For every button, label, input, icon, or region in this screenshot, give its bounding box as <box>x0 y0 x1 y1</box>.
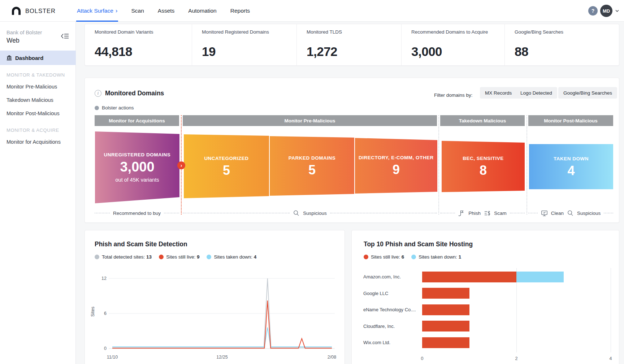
sidebar-item-monitor-pre-malicious[interactable]: Monitor Pre-Malicious <box>6 84 57 90</box>
sidebar-item-monitor-post-malicious[interactable]: Monitor Post-Malicious <box>6 110 60 116</box>
dotted-leader <box>510 213 525 213</box>
bar-sites-still-live[interactable] <box>422 321 469 332</box>
legend-dot-gray <box>95 255 99 259</box>
dotted-leader <box>528 213 538 213</box>
dotted-leader <box>604 213 613 213</box>
suspicious-icon <box>293 210 300 217</box>
svg-text:12/25: 12/25 <box>216 355 228 360</box>
hosting-row: Google LLC <box>352 285 620 302</box>
sidebar-item-takedown-malicious[interactable]: Takedown Malicious <box>6 97 53 103</box>
bar-sites-taken-down[interactable] <box>516 272 564 282</box>
nav-scan[interactable]: Scan <box>131 0 144 22</box>
stat-value: 1,272 <box>307 44 394 61</box>
filter-logo-detected-button[interactable]: Logo Detected <box>515 87 557 99</box>
hosting-row: Cloudflare, Inc. <box>352 318 620 335</box>
stage-monitor-post-malicious: Monitor Post-Malicious <box>528 115 613 126</box>
detection-legend: Total detected sites: 13 Sites still liv… <box>95 254 256 260</box>
primary-nav: Attack Surface› Scan Assets Automation R… <box>77 0 250 22</box>
filter-mx-records-button[interactable]: MX Records <box>480 87 517 99</box>
stat-label: Google/Bing Searches <box>515 29 612 35</box>
hosting-bar-group <box>422 288 611 299</box>
chevron-down-icon[interactable] <box>615 8 619 14</box>
block-value: 5 <box>308 163 316 177</box>
block-label: BEC, SENSITIVE <box>459 156 507 161</box>
help-button[interactable]: ? <box>588 6 598 16</box>
phish-icon <box>458 210 465 217</box>
dotted-leader <box>183 213 290 213</box>
block-value: 9 <box>393 163 400 177</box>
bar-sites-still-live[interactable] <box>422 304 469 315</box>
clean-label: Clean <box>551 211 564 216</box>
chart-title: Phish and Scam Site Detection <box>95 240 187 248</box>
block-value: 5 <box>223 164 230 177</box>
stage-separator <box>438 115 439 214</box>
scam-label: Scam <box>494 211 507 216</box>
brand-logo[interactable]: BOLSTER <box>11 0 56 22</box>
collapse-sidebar-icon[interactable] <box>61 32 69 40</box>
top-nav: BOLSTER Attack Surface› Scan Assets Auto… <box>0 0 624 22</box>
active-tab-underline <box>76 21 118 22</box>
stat-label: Monitored Domain Variants <box>95 29 185 35</box>
stat-label: Monitored Registered Domains <box>202 29 289 35</box>
bar-sites-still-live[interactable] <box>422 337 469 348</box>
nav-assets[interactable]: Assets <box>158 0 175 22</box>
funnel-block-taken-down[interactable]: TAKEN DOWN 4 <box>529 144 613 189</box>
user-avatar[interactable]: MD <box>600 5 612 17</box>
block-label: PARKED DOMAINS <box>285 155 339 161</box>
block-label: UNCATEGORIZED <box>200 156 252 161</box>
footer-takedown: Phish Scam <box>440 209 525 217</box>
hosting-category-label: Wix.com Ltd. <box>363 340 422 345</box>
suspicious-icon <box>567 210 574 217</box>
detection-line-chart: 061211/1012/252/08 <box>92 272 341 362</box>
filter-google-bing-searches-button[interactable]: Google/Bing Searches <box>558 87 617 99</box>
stat-value: 3,000 <box>411 44 497 61</box>
bar-sites-still-live[interactable] <box>422 288 469 299</box>
funnel-block-uncategorized[interactable]: UNCATEGORIZED 5 <box>184 134 269 198</box>
clean-icon <box>541 210 548 217</box>
legend-total-detected: Total detected sites: 13 <box>95 254 152 260</box>
dotted-leader <box>330 213 437 213</box>
section-title: Monitored Domains <box>105 90 164 97</box>
funnel-block-parked-domains[interactable]: PARKED DOMAINS 5 <box>270 136 354 196</box>
funnel-block-bec-sensitive[interactable]: BEC, SENSITIVE 8 <box>442 141 525 192</box>
hosting-row: Wix.com Ltd. <box>352 334 620 351</box>
hosting-category-label: Cloudflare, Inc. <box>363 324 422 329</box>
dotted-leader <box>440 213 455 213</box>
sidebar-item-dashboard[interactable]: Dashboard <box>0 51 76 65</box>
legend-dot-red <box>159 255 164 259</box>
block-value: 3,000 <box>120 160 154 174</box>
sidebar-item-monitor-for-acquisitions[interactable]: Monitor for Acquisitions <box>6 139 61 145</box>
stat-recommended-domains-to-acquire: Recommended Domains to Acquire 3,000 <box>402 24 505 65</box>
legend-sites-still-live: Sites still live: 6 <box>364 254 404 260</box>
legend-dot-red <box>364 255 368 259</box>
stat-value: 88 <box>515 44 612 61</box>
legend-dot-blue <box>411 255 416 259</box>
bar-sites-still-live[interactable] <box>422 272 516 282</box>
stat-label: Monitored TLDS <box>307 29 394 35</box>
acquire-arrow-button[interactable]: › <box>177 161 185 169</box>
hosting-row: Amazon.com, Inc. <box>352 269 620 285</box>
stat-monitored-registered-domains: Monitored Registered Domains 19 <box>192 24 297 65</box>
funnel-block-directory-ecomm-other[interactable]: DIRECTORY, E-COMM, OTHER 9 <box>355 138 437 194</box>
nav-reports[interactable]: Reports <box>230 0 250 22</box>
stage-separator <box>526 115 527 214</box>
scam-icon <box>484 210 491 217</box>
stat-google-bing-searches: Google/Bing Searches 88 <box>505 24 619 65</box>
x-gridline <box>611 268 611 352</box>
hosting-category-label: Google LLC <box>363 291 422 296</box>
workspace-name: Web <box>6 37 20 44</box>
funnel-block-unregistered-domains[interactable]: UNREGISTERED DOMAINS 3,000 out of 45K va… <box>95 131 179 203</box>
footer-acquisitions: Recommended to buy <box>95 209 179 217</box>
hosting-category-label: eName Technology Co.... <box>363 307 422 312</box>
sidebar: Bank of Bolster Web Dashboard MONITOR & … <box>0 22 76 364</box>
bolster-arch-icon <box>11 6 22 16</box>
block-value: 4 <box>567 164 575 178</box>
brand-name: BOLSTER <box>25 8 56 14</box>
nav-attack-surface[interactable]: Attack Surface› <box>77 0 117 22</box>
filter-domains-label: Filter domains by: <box>434 92 473 98</box>
nav-automation[interactable]: Automation <box>188 0 216 22</box>
svg-text:0: 0 <box>104 346 107 351</box>
svg-text:11/10: 11/10 <box>107 355 118 360</box>
info-icon[interactable]: i <box>95 90 101 97</box>
chart-title: Top 10 Phish and Scam Site Hosting <box>364 240 473 248</box>
